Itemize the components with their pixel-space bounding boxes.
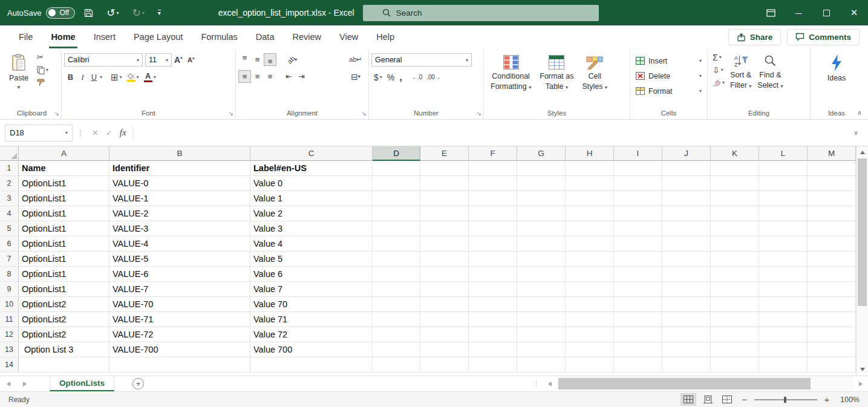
sort-filter-button[interactable]: AZ Sort & Filter ▾ <box>727 51 754 92</box>
confirm-entry-button[interactable]: ✓ <box>102 128 116 137</box>
column-header-m[interactable]: M <box>808 146 856 161</box>
copy-button[interactable]: ▾ <box>34 63 51 76</box>
cell-K1[interactable] <box>711 161 759 176</box>
cell-B13[interactable]: VALUE-700 <box>109 342 250 357</box>
decrease-decimal-button[interactable]: .00→ <box>425 71 443 83</box>
increase-font-size-button[interactable]: A▴ <box>172 54 185 67</box>
cell-E14[interactable] <box>420 357 469 373</box>
cell-E1[interactable] <box>420 161 469 176</box>
clear-button[interactable]: ▾ <box>710 76 727 89</box>
undo-button[interactable]: ↺▾ <box>102 5 123 21</box>
hscroll-right-button[interactable] <box>853 376 868 391</box>
tab-home[interactable]: Home <box>42 25 84 48</box>
cell-E13[interactable] <box>420 342 469 357</box>
cell-D9[interactable] <box>373 282 420 297</box>
customize-quick-access-toolbar-button[interactable]: ▾ <box>154 8 165 17</box>
comments-button[interactable]: Comments <box>787 29 860 45</box>
cell-K12[interactable] <box>711 327 759 342</box>
cell-K8[interactable] <box>711 267 759 282</box>
cell-F7[interactable] <box>469 252 517 267</box>
cell-J8[interactable] <box>662 267 711 282</box>
cell-I11[interactable] <box>614 312 662 327</box>
cell-J11[interactable] <box>662 312 711 327</box>
autosave-toggle[interactable]: Off <box>46 7 75 19</box>
horizontal-scroll-thumb[interactable] <box>558 378 811 389</box>
zoom-slider-thumb[interactable] <box>784 397 786 403</box>
normal-view-button[interactable] <box>680 393 696 406</box>
cell-I4[interactable] <box>614 206 662 221</box>
cell-G2[interactable] <box>517 176 566 191</box>
cell-D1[interactable] <box>373 161 420 176</box>
name-box[interactable]: D18 ▾ <box>5 125 73 142</box>
column-header-g[interactable]: G <box>517 146 566 161</box>
increase-indent-button[interactable]: ⇥ <box>295 70 308 83</box>
cell-B8[interactable]: VALUE-6 <box>109 267 250 282</box>
tab-review[interactable]: Review <box>283 25 330 48</box>
font-name-combo[interactable]: Calibri▾ <box>64 53 143 67</box>
share-button[interactable]: Share <box>728 29 782 45</box>
format-painter-button[interactable] <box>34 76 51 89</box>
cell-G11[interactable] <box>517 312 566 327</box>
cell-D11[interactable] <box>373 312 420 327</box>
column-header-h[interactable]: H <box>566 146 614 161</box>
cell-D13[interactable] <box>373 342 420 357</box>
cell-A14[interactable] <box>19 357 109 373</box>
cell-I6[interactable] <box>614 236 662 252</box>
search-input[interactable] <box>396 8 566 18</box>
cell-K6[interactable] <box>711 236 759 252</box>
center-button[interactable]: ≡ <box>251 70 264 83</box>
search-box[interactable] <box>363 5 599 21</box>
cell-G3[interactable] <box>517 191 566 206</box>
cell-C7[interactable]: Value 5 <box>250 252 373 267</box>
cell-C4[interactable]: Value 2 <box>250 206 373 221</box>
cell-I3[interactable] <box>614 191 662 206</box>
row-header-10[interactable]: 10 <box>0 297 19 312</box>
cell-E11[interactable] <box>420 312 469 327</box>
row-header-9[interactable]: 9 <box>0 282 19 297</box>
cell-A3[interactable]: OptionList1 <box>19 191 109 206</box>
cell-J10[interactable] <box>662 297 711 312</box>
cell-E10[interactable] <box>420 297 469 312</box>
page-layout-view-button[interactable] <box>700 393 716 406</box>
cell-J2[interactable] <box>662 176 711 191</box>
cell-A13[interactable]: Option List 3 <box>19 342 109 357</box>
fill-color-button[interactable]: ▾ <box>125 71 142 83</box>
cell-H7[interactable] <box>566 252 614 267</box>
cell-B5[interactable]: VALUE-3 <box>109 221 250 236</box>
cell-A5[interactable]: OptionList1 <box>19 221 109 236</box>
cell-F3[interactable] <box>469 191 517 206</box>
cell-C10[interactable]: Value 70 <box>250 297 373 312</box>
cell-A4[interactable]: OptionList1 <box>19 206 109 221</box>
row-header-8[interactable]: 8 <box>0 267 19 282</box>
cell-L2[interactable] <box>759 176 808 191</box>
tab-view[interactable]: View <box>330 25 367 48</box>
cell-L11[interactable] <box>759 312 808 327</box>
column-header-a[interactable]: A <box>19 146 109 161</box>
cell-C11[interactable]: Value 71 <box>250 312 373 327</box>
cell-H6[interactable] <box>566 236 614 252</box>
row-header-6[interactable]: 6 <box>0 236 19 252</box>
column-header-b[interactable]: B <box>109 146 250 161</box>
cell-M10[interactable] <box>808 297 856 312</box>
row-header-1[interactable]: 1 <box>0 161 19 176</box>
cell-E9[interactable] <box>420 282 469 297</box>
fill-button[interactable]: ⇩▾ <box>710 63 727 76</box>
cell-A7[interactable]: OptionList1 <box>19 252 109 267</box>
decrease-font-size-button[interactable]: A▾ <box>185 54 197 67</box>
cell-G1[interactable] <box>517 161 566 176</box>
cell-H8[interactable] <box>566 267 614 282</box>
cell-C1[interactable]: Label#en-US <box>250 161 373 176</box>
cell-J6[interactable] <box>662 236 711 252</box>
cell-H5[interactable] <box>566 221 614 236</box>
redo-button[interactable]: ↻▾ <box>128 5 148 21</box>
cell-K14[interactable] <box>711 357 759 373</box>
cell-L10[interactable] <box>759 297 808 312</box>
cell-G14[interactable] <box>517 357 566 373</box>
cell-H1[interactable] <box>566 161 614 176</box>
zoom-in-button[interactable]: + <box>821 394 833 405</box>
cell-I12[interactable] <box>614 327 662 342</box>
column-header-k[interactable]: K <box>711 146 759 161</box>
formula-input[interactable] <box>135 125 850 142</box>
zoom-out-button[interactable]: − <box>739 394 751 405</box>
cell-A1[interactable]: Name <box>19 161 109 176</box>
